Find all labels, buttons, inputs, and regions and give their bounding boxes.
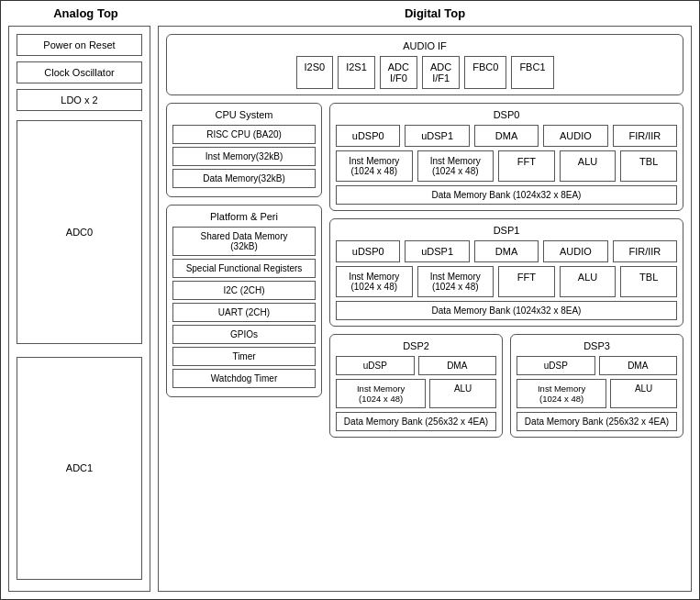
audio-if-title: AUDIO IF bbox=[172, 40, 677, 51]
dsp0-alu: ALU bbox=[560, 150, 617, 182]
i2s0: I2S0 bbox=[296, 56, 334, 89]
dsp1-fft: FFT bbox=[498, 266, 555, 297]
digital-top-section: AUDIO IF I2S0 I2S1 ADCI/F0 ADCI/F1 FBC0 … bbox=[158, 26, 692, 592]
adc1: ADC1 bbox=[17, 357, 142, 581]
dsp3-alu: ALU bbox=[610, 379, 677, 408]
dsp2-row1: uDSP DMA bbox=[336, 356, 496, 375]
dsp0-section: DSP0 uDSP0 uDSP1 DMA AUDIO FIR/IIR Inst … bbox=[329, 103, 683, 211]
dsp1-mem-bank: Data Memory Bank (1024x32 x 8EA) bbox=[336, 301, 677, 320]
dsp-bottom-row: DSP2 uDSP DMA Inst Memory(1024 x 48) ALU… bbox=[329, 334, 683, 438]
dsp0-mem-bank: Data Memory Bank (1024x32 x 8EA) bbox=[336, 185, 677, 205]
dsp0-inst-mem-right: Inst Memory(1024 x 48) bbox=[417, 150, 494, 182]
adc-if0: ADCI/F0 bbox=[380, 56, 417, 89]
diagram: Analog Top Digital Top Power on Reset Cl… bbox=[0, 0, 700, 600]
clock-oscillator: Clock Oscillator bbox=[17, 61, 142, 83]
cpu-title: CPU System bbox=[172, 109, 316, 120]
dsp3-udsp: uDSP bbox=[517, 356, 595, 375]
dsp1-section: DSP1 uDSP0 uDSP1 DMA AUDIO FIR/IIR Inst … bbox=[329, 218, 683, 327]
top-labels: Analog Top Digital Top bbox=[1, 1, 699, 20]
main-content: Power on Reset Clock Oscillator LDO x 2 … bbox=[1, 20, 699, 599]
dsp2-section: DSP2 uDSP DMA Inst Memory(1024 x 48) ALU… bbox=[329, 334, 503, 438]
dsp1-dma: DMA bbox=[474, 240, 539, 262]
audio-if-section: AUDIO IF I2S0 I2S1 ADCI/F0 ADCI/F1 FBC0 … bbox=[166, 34, 683, 95]
dsp0-inst-mem-left: Inst Memory(1024 x 48) bbox=[336, 150, 413, 182]
dsp2-title: DSP2 bbox=[336, 340, 496, 351]
platform-title: Platform & Peri bbox=[172, 211, 316, 222]
i2s1: I2S1 bbox=[338, 56, 375, 89]
inst-memory-32k: Inst Memory(32kB) bbox=[172, 147, 316, 166]
dsp1-udsp0: uDSP0 bbox=[336, 240, 400, 262]
analog-top-section: Power on Reset Clock Oscillator LDO x 2 … bbox=[8, 26, 150, 592]
dsp3-dma: DMA bbox=[599, 356, 678, 375]
dsp3-section: DSP3 uDSP DMA Inst Memory(1024 x 48) ALU… bbox=[510, 334, 683, 438]
dsp1-firiir: FIR/IIR bbox=[613, 240, 677, 262]
adc0: ADC0 bbox=[17, 120, 142, 344]
dsp1-tbl: TBL bbox=[620, 266, 677, 297]
dsp3-inst-mem: Inst Memory(1024 x 48) bbox=[517, 379, 606, 408]
adc-if1: ADCI/F1 bbox=[422, 56, 460, 89]
i2c: I2C (2CH) bbox=[172, 281, 316, 300]
dsp0-tbl: TBL bbox=[620, 150, 677, 182]
uart: UART (2CH) bbox=[172, 303, 316, 322]
dsp0-dma: DMA bbox=[474, 125, 539, 147]
digital-title: Digital Top bbox=[171, 6, 699, 20]
dsp1-inst-mem-right: Inst Memory(1024 x 48) bbox=[417, 266, 494, 297]
watchdog-timer: Watchdog Timer bbox=[172, 369, 316, 388]
dsp2-udsp: uDSP bbox=[336, 356, 415, 375]
dsp1-row2: Inst Memory(1024 x 48) Inst Memory(1024 … bbox=[336, 266, 677, 297]
audio-if-row: I2S0 I2S1 ADCI/F0 ADCI/F1 FBC0 FBC1 bbox=[172, 56, 677, 89]
risc-cpu: RISC CPU (BA20) bbox=[172, 125, 316, 144]
dsp1-title: DSP1 bbox=[336, 225, 677, 236]
dsp1-row1: uDSP0 uDSP1 DMA AUDIO FIR/IIR bbox=[336, 240, 677, 262]
dsp1-audio: AUDIO bbox=[543, 240, 607, 262]
timer: Timer bbox=[172, 347, 316, 366]
dsp0-row2: Inst Memory(1024 x 48) Inst Memory(1024 … bbox=[336, 150, 677, 182]
cpu-section: CPU System RISC CPU (BA20) Inst Memory(3… bbox=[166, 103, 322, 197]
dsp3-title: DSP3 bbox=[517, 340, 677, 351]
fbc1: FBC1 bbox=[511, 56, 553, 89]
dsp3-mem-bank: Data Memory Bank (256x32 x 4EA) bbox=[517, 412, 677, 431]
power-on-reset: Power on Reset bbox=[17, 34, 142, 56]
fbc0: FBC0 bbox=[464, 56, 506, 89]
dsp0-firiir: FIR/IIR bbox=[613, 125, 677, 147]
dsp2-mem-bank: Data Memory Bank (256x32 x 4EA) bbox=[336, 412, 496, 431]
ldo: LDO x 2 bbox=[17, 89, 142, 111]
platform-section: Platform & Peri Shared Data Memory(32kB)… bbox=[166, 205, 322, 397]
analog-title: Analog Top bbox=[1, 6, 171, 20]
special-func-regs: Special Functional Registers bbox=[172, 259, 316, 278]
dsp0-row1: uDSP0 uDSP1 DMA AUDIO FIR/IIR bbox=[336, 125, 677, 147]
dsp0-udsp0: uDSP0 bbox=[336, 125, 400, 147]
dsp3-row2: Inst Memory(1024 x 48) ALU bbox=[517, 379, 677, 408]
dsp0-udsp1: uDSP1 bbox=[405, 125, 469, 147]
shared-data-mem: Shared Data Memory(32kB) bbox=[172, 227, 316, 256]
dsp2-dma: DMA bbox=[418, 356, 497, 375]
gpios: GPIOs bbox=[172, 325, 316, 344]
dsp1-inst-mem-left: Inst Memory(1024 x 48) bbox=[336, 266, 413, 297]
dsp2-row2: Inst Memory(1024 x 48) ALU bbox=[336, 379, 496, 408]
dsp1-udsp1: uDSP1 bbox=[405, 240, 469, 262]
dsp0-title: DSP0 bbox=[336, 109, 677, 120]
left-col: CPU System RISC CPU (BA20) Inst Memory(3… bbox=[166, 103, 322, 583]
dsp3-row1: uDSP DMA bbox=[517, 356, 677, 375]
right-col: DSP0 uDSP0 uDSP1 DMA AUDIO FIR/IIR Inst … bbox=[329, 103, 683, 583]
data-memory-32k: Data Memory(32kB) bbox=[172, 169, 316, 188]
dsp0-audio: AUDIO bbox=[543, 125, 607, 147]
dsp0-fft: FFT bbox=[498, 150, 555, 182]
dsp2-inst-mem: Inst Memory(1024 x 48) bbox=[336, 379, 426, 408]
dsp1-alu: ALU bbox=[560, 266, 617, 297]
dsp2-alu: ALU bbox=[429, 379, 496, 408]
